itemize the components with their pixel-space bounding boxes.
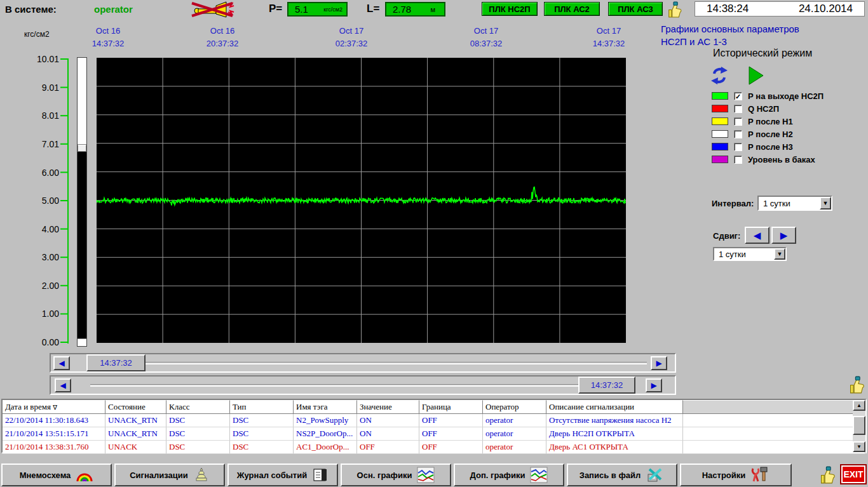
- p-value-box: 5.1 кгс/см2: [287, 2, 348, 17]
- legend-label: Р после Н3: [748, 142, 793, 152]
- legend-item-5: Уровень в баках: [712, 154, 815, 164]
- col-header-description[interactable]: Описание сигнализации: [546, 400, 683, 414]
- legend-checkbox[interactable]: [734, 156, 742, 164]
- chevron-down-icon[interactable]: ▼: [820, 197, 831, 210]
- col-header-datetime[interactable]: Дата и время ∇: [3, 400, 105, 414]
- shift-interval-value: 1 сутки: [714, 250, 774, 259]
- x-label-date: Oct 16: [181, 25, 264, 37]
- cell-empty: [683, 414, 865, 427]
- scroll-right-icon[interactable]: ▶: [651, 356, 667, 370]
- scroll-down-icon[interactable]: ▼: [853, 441, 865, 452]
- x-label-time: 14:37:32: [67, 37, 149, 50]
- cell-class: DSC: [166, 427, 230, 441]
- y-tick-5: 5.00: [24, 196, 59, 206]
- legend-checkbox[interactable]: [734, 117, 742, 126]
- event-log-button[interactable]: Журнал событий: [227, 464, 338, 486]
- y-tick-0: 10.01: [24, 54, 59, 64]
- shift-left-button[interactable]: ◀: [745, 227, 770, 244]
- mnemoscheme-button[interactable]: Мнемосхема: [1, 464, 112, 486]
- y-slider-lower-cap[interactable]: [78, 338, 86, 346]
- cell-type: DSC: [230, 441, 294, 454]
- note-thumb-icon[interactable]: [818, 466, 836, 484]
- settings-button[interactable]: Настройки: [680, 464, 792, 486]
- y-tick-9: 1.00: [24, 309, 59, 319]
- y-tick-4: 6.00: [24, 168, 59, 178]
- legend-checkbox[interactable]: [734, 143, 742, 151]
- y-range-slider[interactable]: [77, 57, 87, 347]
- x-axis-label-2: Oct 17 02:37:32: [310, 25, 393, 50]
- l-label: L=: [367, 3, 379, 15]
- col-header-value[interactable]: Значение: [357, 400, 419, 414]
- x-label-date: Oct 17: [310, 25, 393, 37]
- refresh-icon[interactable]: [710, 65, 729, 86]
- rainbow-icon: [76, 467, 93, 483]
- alarm-muted-horn-icon[interactable]: [191, 1, 240, 18]
- legend-checkbox[interactable]: ✓: [734, 92, 742, 100]
- clock-time: 14:38:24: [707, 3, 749, 15]
- alarm-row[interactable]: 21/10/2014 13:38:31.760 UNACK DSC DSC AC…: [3, 441, 865, 454]
- cell-operator: operator: [483, 427, 546, 441]
- l-value-box: 2.78 м: [385, 2, 445, 17]
- time-scrollbar-bottom[interactable]: ◀ 14:37:32 ▶: [50, 375, 676, 395]
- cell-datetime: 22/10/2014 11:30:18.643: [3, 414, 105, 427]
- alarm-table-header: Дата и время ∇ Состояние Класс Тип Имя т…: [3, 400, 865, 414]
- thumb-time-label: 14:37:32: [100, 358, 132, 368]
- main-trends-button[interactable]: Осн. графики: [341, 464, 451, 486]
- shift-interval-select[interactable]: 1 сутки ▼: [713, 247, 787, 261]
- cell-description: Дверь НС2П ОТКРЫТА: [546, 427, 683, 441]
- chevron-down-icon[interactable]: ▼: [774, 248, 785, 260]
- col-header-limit[interactable]: Граница: [419, 400, 483, 414]
- plc-as2-button[interactable]: ПЛК АС2: [544, 2, 600, 16]
- scrollbar-thumb-time[interactable]: 14:37:32: [86, 354, 146, 371]
- plc-ns2p-button[interactable]: ПЛК НС2П: [482, 2, 538, 16]
- scroll-up-icon[interactable]: ▲: [853, 400, 865, 411]
- note-thumb-icon[interactable]: [666, 1, 682, 18]
- legend-label: Р на выходе НС2П: [748, 91, 824, 101]
- shift-right-button[interactable]: ▶: [771, 227, 796, 244]
- alarm-row[interactable]: 22/10/2014 11:30:18.643 UNACK_RTN DSC DS…: [3, 414, 865, 427]
- scroll-left-icon[interactable]: ◀: [55, 378, 71, 392]
- col-header-class[interactable]: Класс: [166, 400, 230, 414]
- button-label: Доп. графики: [470, 470, 526, 480]
- scrollbar-groove[interactable]: [90, 384, 578, 387]
- legend-item-2: Р после Н1: [712, 116, 793, 126]
- legend-checkbox[interactable]: [734, 130, 742, 138]
- col-header-state[interactable]: Состояние: [105, 400, 166, 414]
- legend-checkbox[interactable]: [734, 105, 742, 113]
- extra-trends-button[interactable]: Доп. графики: [454, 464, 564, 486]
- plc-as3-button[interactable]: ПЛК АС3: [608, 2, 663, 16]
- scrollbar-thumb-time[interactable]: 14:37:32: [578, 377, 635, 394]
- thumb-time-label: 14:37:32: [591, 380, 623, 390]
- scrollbar-groove[interactable]: [86, 362, 647, 364]
- y-axis-line: [60, 57, 69, 346]
- write-to-file-button[interactable]: Запись в файл: [567, 464, 677, 486]
- legend-item-4: Р после Н3: [712, 142, 793, 152]
- scroll-left-icon[interactable]: ◀: [53, 356, 70, 370]
- journal-icon: [312, 467, 329, 483]
- cell-datetime: 21/10/2014 13:38:31.760: [3, 441, 105, 454]
- y-tick-10: 0.00: [24, 337, 59, 347]
- time-scrollbar-top[interactable]: ◀ 14:37:32 ▶: [50, 353, 676, 373]
- exit-button[interactable]: EXIT: [840, 464, 867, 484]
- scroll-right-icon[interactable]: ▶: [646, 378, 662, 392]
- sort-icon: ∇: [53, 404, 57, 411]
- legend-item-0: ✓ Р на выходе НС2П: [712, 91, 824, 101]
- alarm-row[interactable]: 21/10/2014 13:51:15.171 UNACK_RTN DSC DS…: [3, 427, 865, 441]
- play-icon[interactable]: [748, 65, 764, 86]
- table-scrollbar-thumb[interactable]: [853, 416, 865, 435]
- table-scrollbar[interactable]: ▲ ▼: [853, 400, 865, 452]
- y-slider-upper-track[interactable]: [78, 58, 86, 145]
- note-thumb-icon[interactable]: [848, 376, 865, 394]
- col-header-tag[interactable]: Имя тэга: [294, 400, 357, 414]
- tools-icon: [750, 466, 770, 484]
- button-label: Журнал событий: [237, 470, 307, 480]
- y-slider-thumb[interactable]: [78, 145, 86, 152]
- y-tick-6: 4.00: [24, 224, 59, 234]
- panel-title-line1: Графики основных параметров: [661, 23, 799, 36]
- col-header-operator[interactable]: Оператор: [483, 400, 546, 414]
- alarms-button[interactable]: Сигнализации: [114, 464, 225, 486]
- trend-plot[interactable]: [97, 58, 626, 343]
- cell-type: DSC: [230, 414, 294, 427]
- interval-select[interactable]: 1 сутки ▼: [757, 196, 832, 211]
- col-header-type[interactable]: Тип: [230, 400, 294, 414]
